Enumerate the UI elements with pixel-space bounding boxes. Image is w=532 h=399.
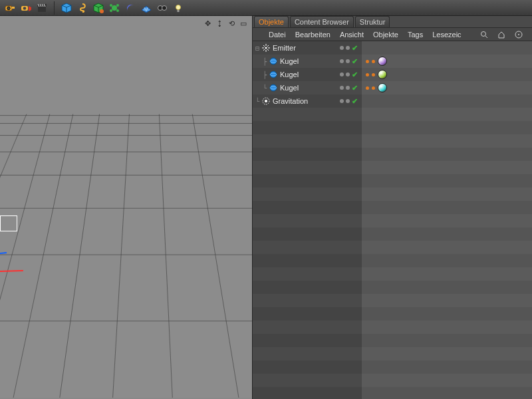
tree-item[interactable]: └Gravitation	[253, 94, 335, 108]
menu-datei[interactable]: Datei	[269, 31, 286, 39]
menu-objekte[interactable]: Objekte	[373, 31, 398, 39]
camera-icon[interactable]	[3, 1, 17, 15]
svg-line-51	[263, 45, 265, 47]
viewport-3d[interactable]: ✥ ⭥ ⟲ ▭	[0, 16, 253, 399]
vis-dot-render-icon[interactable]	[346, 72, 350, 76]
clapper-icon[interactable]	[35, 1, 49, 15]
tree-item[interactable]: ⊟Emitter	[253, 41, 335, 55]
feedback-icon[interactable]	[515, 30, 523, 39]
visibility-cell[interactable]: ✔	[335, 94, 362, 108]
light-icon[interactable]	[171, 1, 186, 15]
svg-point-13	[116, 4, 119, 7]
search-icon[interactable]	[480, 30, 488, 39]
array-icon[interactable]	[107, 1, 122, 15]
panel-tabs: Objekte Content Browser Struktur	[253, 16, 532, 28]
render-icon[interactable]	[19, 1, 33, 15]
empty-row	[335, 374, 362, 387]
enable-check-icon[interactable]: ✔	[352, 70, 358, 79]
vis-dot-render-icon[interactable]	[346, 46, 350, 50]
tab-objekte[interactable]: Objekte	[254, 16, 289, 27]
svg-point-59	[270, 84, 277, 91]
gravitation-icon	[261, 96, 271, 106]
vis-dot-editor-icon[interactable]	[340, 72, 344, 76]
vis-dot-render-icon[interactable]	[346, 86, 350, 90]
svg-point-39	[481, 31, 485, 36]
visibility-cell[interactable]: ✔	[335, 55, 362, 68]
svg-line-40	[485, 36, 487, 38]
tag-cell[interactable]	[362, 68, 532, 81]
panel-menu: Datei Bearbeiten Ansicht Objekte Tags Le…	[253, 28, 532, 41]
empty-row	[335, 174, 362, 188]
empty-row	[362, 281, 532, 294]
cube-icon[interactable]	[59, 1, 74, 15]
empty-row	[335, 267, 362, 281]
empty-row	[253, 174, 335, 188]
bead-icon	[372, 60, 375, 63]
tag-cell[interactable]	[362, 41, 532, 55]
bead-icon	[372, 86, 375, 90]
enable-check-icon[interactable]: ✔	[352, 97, 358, 106]
empty-row	[253, 241, 335, 254]
tag-cell[interactable]	[362, 94, 532, 108]
goggles-icon[interactable]	[155, 1, 170, 15]
enable-check-icon[interactable]: ✔	[352, 44, 358, 53]
vp-zoom-icon[interactable]: ⭥	[215, 19, 224, 28]
material-tag-icon[interactable]	[378, 57, 387, 66]
tab-struktur[interactable]: Struktur	[355, 16, 390, 27]
enable-check-icon[interactable]: ✔	[352, 84, 358, 92]
empty-row	[253, 307, 335, 321]
svg-point-42	[518, 34, 519, 35]
object-tree[interactable]: ⊟Emitter├Kugel├Kugel└Kugel└Gravitation ✔…	[253, 41, 532, 399]
tree-item[interactable]: └Kugel	[253, 81, 335, 94]
material-tag-icon[interactable]	[378, 83, 387, 92]
svg-point-11	[112, 5, 117, 11]
tag-cell[interactable]	[362, 81, 532, 94]
menu-bearbeiten[interactable]: Bearbeiten	[295, 31, 331, 39]
emitter-icon	[261, 43, 271, 53]
tag-cell[interactable]	[362, 55, 532, 68]
visibility-cell[interactable]: ✔	[335, 81, 362, 94]
svg-marker-5	[29, 6, 31, 11]
svg-marker-16	[142, 6, 151, 13]
empty-row	[362, 188, 532, 201]
empty-row	[253, 374, 335, 387]
empty-row	[362, 387, 532, 399]
enable-check-icon[interactable]: ✔	[352, 57, 358, 66]
bend-icon[interactable]	[123, 1, 138, 15]
spiral-icon[interactable]	[75, 1, 90, 15]
vp-move-icon[interactable]: ✥	[203, 19, 212, 28]
empty-row	[335, 201, 362, 214]
svg-line-54	[263, 49, 265, 51]
vis-dot-editor-icon[interactable]	[340, 86, 344, 90]
vis-dot-editor-icon[interactable]	[340, 59, 344, 63]
empty-row	[335, 227, 362, 241]
floor-icon[interactable]	[139, 1, 154, 15]
vp-maximize-icon[interactable]: ▭	[239, 19, 248, 28]
vis-dot-editor-icon[interactable]	[340, 46, 344, 50]
tree-item[interactable]: ├Kugel	[253, 55, 335, 68]
menu-ansicht[interactable]: Ansicht	[340, 31, 364, 39]
home-icon[interactable]	[497, 30, 505, 39]
material-tag-icon[interactable]	[378, 70, 387, 79]
menu-tags[interactable]: Tags	[408, 31, 423, 39]
visibility-cell[interactable]: ✔	[335, 41, 362, 55]
empty-row	[362, 374, 532, 387]
visibility-cell[interactable]: ✔	[335, 68, 362, 81]
svg-point-10	[100, 9, 104, 13]
empty-row	[362, 214, 532, 227]
menu-lesezeichen[interactable]: Lesezeic	[432, 31, 461, 39]
vp-rotate-icon[interactable]: ⟲	[227, 19, 236, 28]
vis-dot-editor-icon[interactable]	[340, 99, 344, 103]
empty-row	[253, 360, 335, 374]
empty-row	[362, 334, 532, 347]
vis-dot-render-icon[interactable]	[346, 59, 350, 63]
vis-dot-render-icon[interactable]	[346, 99, 350, 103]
tab-content-browser[interactable]: Content Browser	[290, 16, 354, 27]
sphere-icon	[269, 70, 278, 79]
empty-row	[253, 188, 335, 201]
empty-row	[253, 281, 335, 294]
svg-point-14	[110, 9, 112, 12]
cube-physics-icon[interactable]	[91, 1, 106, 15]
tree-item[interactable]: ├Kugel	[253, 68, 335, 81]
empty-row	[362, 227, 532, 241]
